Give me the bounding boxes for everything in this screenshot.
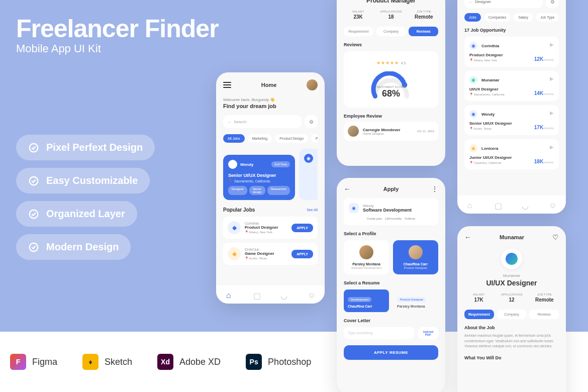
bottom-nav: ⌂ ▢ ◡ ☺ [457, 195, 566, 214]
job-card[interactable]: ◉Corinthia▶Product Designer📍 Albany, New… [464, 37, 559, 67]
phone-search: ←Search Job⋮ ⌕Designer ⚙ Jobs Companies … [457, 0, 566, 214]
see-all-link[interactable]: See All [307, 208, 318, 212]
sliders-icon: ⚙ [550, 0, 555, 5]
home-icon[interactable]: ⌂ [226, 291, 233, 298]
search-icon: ⌕ [228, 120, 231, 124]
back-icon[interactable]: ← [464, 233, 471, 241]
popular-job-card[interactable]: ◆ EHAClubGame Designer📍 Austin, Texas AP… [223, 243, 318, 265]
result-count: 17 Job Opportunity [464, 28, 559, 33]
xd-icon: Xd [157, 354, 173, 370]
back-icon[interactable]: ← [344, 185, 351, 193]
chip-product-design[interactable]: Product Design [275, 134, 308, 143]
section-title: Cover Letter [344, 318, 438, 323]
featured-job-card[interactable]: ◉WendyFull Time Senior UI/UX Designer 📍S… [223, 155, 295, 200]
bookmark-icon[interactable]: ♡ [552, 233, 559, 241]
job-title: UI/UX Designer [464, 279, 559, 287]
welcome-text: Welcome back, Burgundy 👋 [223, 97, 318, 102]
feature-pill: Organized Layer [16, 201, 137, 227]
company-logo: ◆ [228, 247, 241, 260]
feature-pill: Easy Customizable [16, 168, 150, 193]
pin-icon: 📍 [228, 179, 233, 183]
bottom-nav: ⌂ ▢ ◡ ☺ [216, 285, 325, 304]
user-icon[interactable]: ☺ [308, 291, 315, 298]
sentiment-card: ★★★★★4.5 SENTIMENT SCORE68% [344, 51, 438, 108]
chip-all-jobs[interactable]: All Jobs [223, 134, 245, 143]
phone-reviews: Product Manager SALARY23K APPLICATIONS18… [337, 0, 445, 166]
tab-reviews[interactable]: Reviews [529, 310, 559, 319]
company-logo: ◉ [228, 160, 237, 169]
search-icon: ⌕ [469, 0, 472, 4]
upload-button[interactable]: Upload PDF [418, 327, 438, 339]
chip-prog[interactable]: Prog [311, 134, 318, 143]
tab-company[interactable]: Company [497, 310, 527, 319]
bookmark-icon[interactable]: ▶ [550, 110, 554, 116]
search-input[interactable]: ⌕Search [223, 115, 302, 128]
section-title: Employee Review [344, 114, 438, 119]
bookmark-icon[interactable]: ▶ [550, 76, 554, 81]
avatar [409, 245, 423, 259]
cover-letter-input[interactable]: Type something [344, 327, 414, 339]
chip-companies[interactable]: Companies [484, 13, 511, 22]
apply-button[interactable]: APPLY [291, 250, 313, 258]
job-title: Product Manager [344, 0, 438, 4]
employee-review-card[interactable]: Carnegie MondoverGame Designer Oct 11, 2… [344, 122, 438, 141]
section-title: What You Will Do [464, 355, 559, 360]
filter-button[interactable]: ⚙ [546, 0, 559, 8]
bookmark-icon[interactable]: ▶ [550, 144, 554, 150]
hero-title: Freelancer Finder [16, 14, 219, 43]
hero-subtitle: Find your dream job [223, 103, 318, 109]
popular-job-card[interactable]: ◆ CorinthiaProduct Designer📍 Albany, New… [223, 217, 318, 239]
phone-apply: ←Apply⋮ ◉WendySoftware Development Onsit… [337, 178, 445, 392]
phone-home: Home Welcome back, Burgundy 👋 Find your … [216, 72, 325, 304]
menu-icon[interactable] [223, 82, 231, 88]
bookmark-icon[interactable]: ▶ [550, 42, 554, 47]
tab-reviews[interactable]: Reviews [409, 27, 438, 36]
apply-button[interactable]: APPLY [291, 224, 313, 232]
resume-option[interactable]: Product DesignerParsley Montana [393, 289, 438, 312]
bookmark-icon[interactable]: ◡ [522, 201, 529, 208]
tab-requirement[interactable]: Requirement [464, 310, 494, 319]
pin-icon: 📍 [245, 231, 248, 234]
company-logo: ◆ [228, 221, 241, 234]
briefcase-icon[interactable]: ▢ [253, 291, 260, 298]
tab-company[interactable]: Company [376, 27, 406, 36]
job-card[interactable]: ◉Lonicera▶Junior UI/UX Designer📍 Cuperti… [464, 139, 559, 169]
photoshop-icon: Ps [246, 354, 262, 370]
home-icon[interactable]: ⌂ [467, 201, 474, 208]
avatar [359, 245, 373, 259]
job-card[interactable]: ◉Wendy▶Senior UI/UX Designer📍 Austin, Te… [464, 105, 559, 135]
section-title: Reviews [344, 42, 438, 47]
star-icon: ★★★★★ [376, 60, 399, 65]
avatar[interactable] [307, 79, 318, 90]
chip-marketing[interactable]: Marketing [248, 134, 272, 143]
profile-option[interactable]: Chauffina CarrProduct Designer [393, 240, 438, 274]
company-name: Munamar [464, 273, 559, 278]
chip-jobs[interactable]: Jobs [464, 13, 481, 22]
resume-option[interactable]: DevelopmentChauffina Carr [344, 289, 389, 312]
page-title: Home [261, 82, 277, 88]
badge: Full Time [271, 161, 289, 167]
profile-option[interactable]: Parsley MontanaSoftware Development [344, 240, 389, 274]
apply-resume-button[interactable]: APPLY RESUME [344, 345, 438, 360]
featured-job-card-peek[interactable]: ◉ [299, 149, 318, 200]
more-icon[interactable]: ⋮ [431, 185, 438, 193]
section-title: Select a Resume [344, 280, 438, 285]
user-icon[interactable]: ☺ [549, 201, 556, 208]
avatar [348, 126, 359, 137]
chip-salary[interactable]: Salary [514, 13, 533, 22]
job-card[interactable]: ◉Munamar▶UI/UX Designer📍 Sacramento, Cal… [464, 71, 559, 101]
sliders-icon: ⚙ [309, 119, 314, 125]
job-title: Senior UI/UX Designer [228, 173, 290, 178]
figma-icon: F [10, 354, 26, 370]
chip-job-type[interactable]: Job Type [536, 13, 559, 22]
company-logo [501, 248, 522, 269]
briefcase-icon[interactable]: ▢ [495, 201, 502, 208]
company-logo: ◉ [349, 203, 359, 213]
phone-job-detail: ←Munamar♡ Munamar UI/UX Designer SALARY1… [457, 226, 566, 392]
tab-requirement[interactable]: Requirement [344, 27, 373, 36]
search-input[interactable]: ⌕Designer [464, 0, 543, 8]
feature-pill: Modern Design [16, 234, 131, 260]
bookmark-icon[interactable]: ◡ [280, 291, 287, 298]
filter-button[interactable]: ⚙ [305, 115, 318, 128]
section-title: Popular Jobs [223, 207, 255, 213]
